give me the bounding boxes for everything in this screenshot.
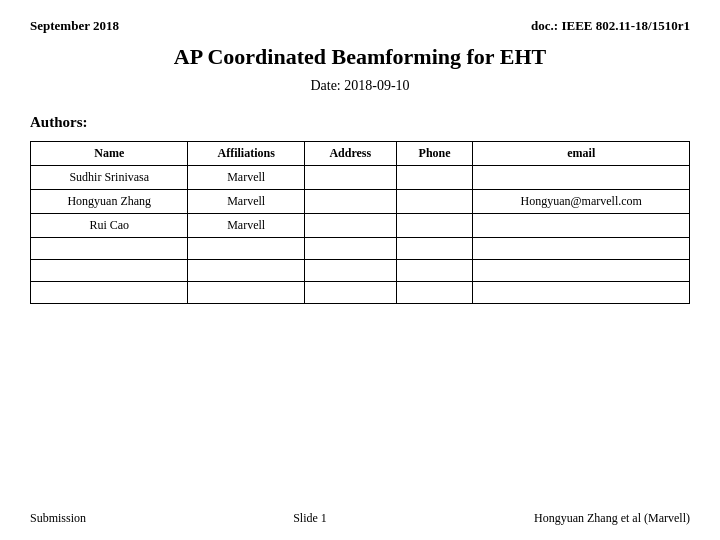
header: September 2018 doc.: IEEE 802.11-18/1510… bbox=[30, 18, 690, 34]
table-cell-5-3 bbox=[396, 282, 473, 304]
table-cell-4-1 bbox=[188, 260, 304, 282]
footer-right: Hongyuan Zhang et al (Marvell) bbox=[534, 511, 690, 526]
table-cell-2-3 bbox=[396, 214, 473, 238]
footer: Submission Slide 1 Hongyuan Zhang et al … bbox=[30, 501, 690, 526]
footer-center: Slide 1 bbox=[86, 511, 534, 526]
table-cell-2-0: Rui Cao bbox=[31, 214, 188, 238]
table-cell-2-2 bbox=[304, 214, 396, 238]
table-cell-5-0 bbox=[31, 282, 188, 304]
table-cell-1-4: Hongyuan@marvell.com bbox=[473, 190, 690, 214]
table-row: Rui CaoMarvell bbox=[31, 214, 690, 238]
authors-label: Authors: bbox=[30, 114, 690, 131]
table-cell-1-2 bbox=[304, 190, 396, 214]
table-cell-1-0: Hongyuan Zhang bbox=[31, 190, 188, 214]
title-section: AP Coordinated Beamforming for EHT Date:… bbox=[30, 44, 690, 104]
table-cell-4-2 bbox=[304, 260, 396, 282]
col-email: email bbox=[473, 142, 690, 166]
table-row bbox=[31, 260, 690, 282]
col-affiliations: Affiliations bbox=[188, 142, 304, 166]
table-cell-5-4 bbox=[473, 282, 690, 304]
authors-table: Name Affiliations Address Phone email Su… bbox=[30, 141, 690, 304]
header-doc: doc.: IEEE 802.11-18/1510r1 bbox=[531, 18, 690, 34]
table-cell-0-3 bbox=[396, 166, 473, 190]
table-cell-0-4 bbox=[473, 166, 690, 190]
table-cell-0-1: Marvell bbox=[188, 166, 304, 190]
table-cell-2-1: Marvell bbox=[188, 214, 304, 238]
page: September 2018 doc.: IEEE 802.11-18/1510… bbox=[0, 0, 720, 540]
table-cell-5-1 bbox=[188, 282, 304, 304]
table-cell-3-1 bbox=[188, 238, 304, 260]
table-row: Hongyuan ZhangMarvellHongyuan@marvell.co… bbox=[31, 190, 690, 214]
main-title: AP Coordinated Beamforming for EHT bbox=[30, 44, 690, 70]
table-row bbox=[31, 238, 690, 260]
table-cell-0-0: Sudhir Srinivasa bbox=[31, 166, 188, 190]
table-cell-3-0 bbox=[31, 238, 188, 260]
table-cell-0-2 bbox=[304, 166, 396, 190]
table-cell-3-2 bbox=[304, 238, 396, 260]
table-header-row: Name Affiliations Address Phone email bbox=[31, 142, 690, 166]
col-address: Address bbox=[304, 142, 396, 166]
table-row: Sudhir SrinivasaMarvell bbox=[31, 166, 690, 190]
col-name: Name bbox=[31, 142, 188, 166]
table-cell-3-4 bbox=[473, 238, 690, 260]
header-date: September 2018 bbox=[30, 18, 119, 34]
col-phone: Phone bbox=[396, 142, 473, 166]
table-cell-1-3 bbox=[396, 190, 473, 214]
table-cell-4-3 bbox=[396, 260, 473, 282]
date-line: Date: 2018-09-10 bbox=[30, 78, 690, 94]
table-cell-5-2 bbox=[304, 282, 396, 304]
table-cell-1-1: Marvell bbox=[188, 190, 304, 214]
footer-left: Submission bbox=[30, 511, 86, 526]
table-cell-2-4 bbox=[473, 214, 690, 238]
table-cell-3-3 bbox=[396, 238, 473, 260]
table-cell-4-0 bbox=[31, 260, 188, 282]
table-cell-4-4 bbox=[473, 260, 690, 282]
table-row bbox=[31, 282, 690, 304]
